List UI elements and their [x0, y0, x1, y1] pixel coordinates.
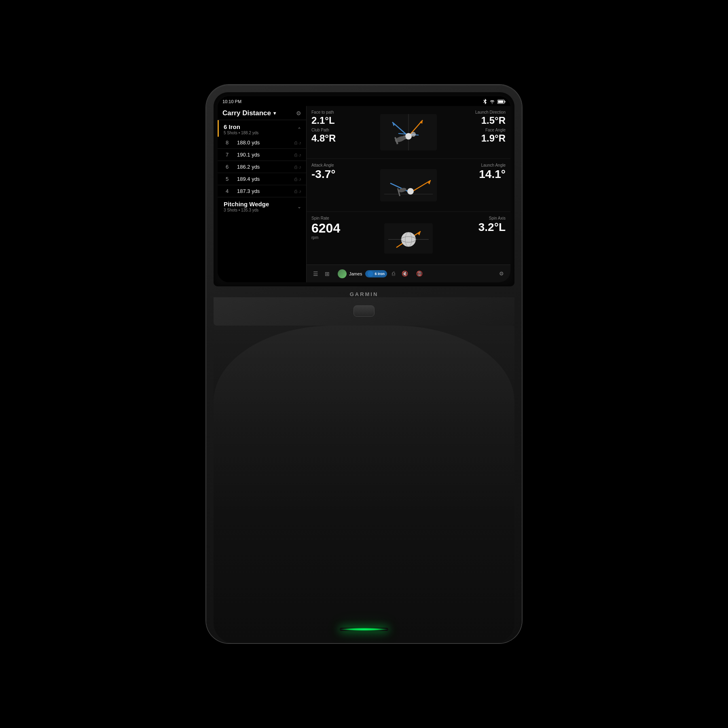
carry-distance-label: Carry Distance	[222, 109, 271, 117]
share-icon: ⎙ ↺	[294, 177, 301, 182]
device-middle	[214, 297, 514, 326]
shot-distance: 188.0 yds	[237, 140, 294, 146]
device-bottom	[214, 326, 514, 643]
attack-angle-value: -3.7°	[311, 169, 358, 180]
mute-icon[interactable]: 🔇	[400, 269, 410, 278]
garmin-device: 10:10 PM	[206, 85, 522, 643]
battery-icon	[497, 99, 506, 104]
metrics-row-2: Attack Angle -3.7°	[307, 159, 510, 212]
grid-icon[interactable]: ⊞	[323, 269, 331, 279]
nav-user[interactable]: James	[338, 269, 362, 278]
pitching-wedge-chevron: ⌄	[297, 204, 301, 210]
dropdown-arrow: ▾	[273, 110, 276, 116]
shot-distance: 187.3 yds	[237, 188, 294, 194]
attack-angle-label: Attack Angle	[311, 163, 358, 168]
carry-distance-title[interactable]: Carry Distance ▾	[222, 109, 276, 117]
face-angle-value: 1.9°R	[459, 133, 506, 143]
pitching-wedge-subtitle: 3 Shots • 135.3 yds	[224, 208, 269, 212]
shot-item[interactable]: 8 188.0 yds ⎙ ↺	[218, 137, 306, 149]
launch-direction-value: 1.5°R	[459, 116, 506, 125]
svg-point-11	[411, 132, 416, 137]
spin-axis-label: Spin Axis	[459, 216, 506, 221]
top-shot-visualization	[363, 106, 454, 159]
face-to-path-metric: Face to path 2.1°L Club Path 4.8°R	[307, 106, 363, 159]
nav-avatar	[338, 269, 347, 278]
svg-point-21	[407, 188, 414, 195]
spin-axis-value: 3.2°L	[459, 222, 506, 233]
metrics-row-1: Face to path 2.1°L Club Path 4.8°R	[307, 106, 510, 159]
shot-item[interactable]: 5 189.4 yds ⎙ ↺	[218, 173, 306, 185]
left-header: Carry Distance ▾ ⚙	[218, 106, 306, 120]
home-button[interactable]	[353, 305, 375, 317]
pitching-wedge-name: Pitching Wedge	[224, 201, 269, 207]
shot-number: 5	[226, 176, 232, 182]
share-icon: ⎙ ↺	[294, 140, 301, 145]
camera-mute-icon[interactable]: 📵	[415, 269, 424, 278]
shot-distance: 189.4 yds	[237, 176, 294, 182]
shot-item[interactable]: 4 187.3 yds ⎙ ↺	[218, 185, 306, 197]
spin-view-svg	[384, 223, 433, 254]
status-bar: 10:10 PM	[218, 96, 510, 106]
six-iron-header[interactable]: 6 Iron 5 Shots • 188.2 yds ⌃	[218, 120, 306, 137]
shot-list: 8 188.0 yds ⎙ ↺ 7 190.1 yds ⎙ ↺ 6	[218, 137, 306, 197]
wifi-icon	[489, 99, 495, 104]
launch-angle-metric: Launch Angle 14.1°	[454, 159, 510, 212]
six-iron-chevron: ⌃	[297, 127, 301, 132]
left-panel: Carry Distance ▾ ⚙ 6 Iron 5 Shots • 188.…	[218, 106, 307, 282]
side-shot-visualization	[363, 159, 454, 212]
share-icon: ⎙ ↺	[294, 165, 301, 169]
share-icon: ⎙ ↺	[294, 152, 301, 157]
six-iron-section: 6 Iron 5 Shots • 188.2 yds ⌃ 8 188.0 yds…	[218, 120, 306, 197]
launch-direction-metric: Launch Direction 1.5°R Face Angle 1.9°R	[454, 106, 510, 159]
screen-content: Carry Distance ▾ ⚙ 6 Iron 5 Shots • 188.…	[218, 106, 510, 282]
share-nav-icon[interactable]: ⎙	[390, 269, 397, 278]
settings-icon[interactable]: ⚙	[497, 269, 506, 278]
pitching-wedge-section[interactable]: Pitching Wedge 3 Shots • 135.3 yds ⌄	[218, 197, 306, 214]
svg-point-10	[405, 133, 412, 140]
shot-distance: 186.2 yds	[237, 164, 294, 170]
shot-number: 7	[226, 152, 232, 158]
metrics-row-3: Spin Rate 6204 rpm	[307, 212, 510, 265]
svg-rect-1	[505, 101, 506, 102]
svg-rect-2	[498, 100, 504, 103]
shot-distance: 190.1 yds	[237, 152, 294, 158]
face-to-path-label: Face to path	[311, 110, 358, 115]
nav-club-badge-num	[368, 271, 373, 277]
garmin-label: GARMIN	[350, 291, 379, 297]
nav-club-name: 6 Iron	[375, 272, 385, 276]
six-iron-name: 6 Iron	[224, 123, 258, 130]
shot-number: 4	[226, 188, 232, 194]
spin-rate-label: Spin Rate	[311, 216, 358, 221]
time-display: 10:10 PM	[222, 99, 241, 104]
club-path-label: Club Path	[311, 128, 358, 133]
hamburger-icon[interactable]: ☰	[311, 269, 320, 279]
launch-direction-label: Launch Direction	[459, 110, 506, 115]
spin-axis-metric: Spin Axis 3.2°L	[454, 212, 510, 265]
spin-visualization	[363, 212, 454, 265]
screen-bezel: 10:10 PM	[214, 92, 514, 286]
shot-number: 6	[226, 164, 232, 170]
status-icons	[483, 99, 506, 104]
launch-angle-label: Launch Angle	[459, 163, 506, 168]
nav-user-name: James	[349, 271, 362, 276]
bluetooth-icon	[483, 99, 487, 104]
launch-angle-value: 14.1°	[459, 169, 506, 180]
attack-angle-metric: Attack Angle -3.7°	[307, 159, 363, 212]
nav-club-badge[interactable]: 6 Iron	[365, 270, 387, 277]
filter-icon[interactable]: ⚙	[296, 110, 301, 116]
top-view-svg	[380, 114, 437, 150]
svg-point-28	[401, 232, 416, 247]
six-iron-subtitle: 5 Shots • 188.2 yds	[224, 131, 258, 135]
screen: 10:10 PM	[218, 96, 510, 282]
nav-right-icons: 🔇 📵	[400, 269, 424, 278]
svg-rect-15	[380, 169, 437, 201]
shot-item[interactable]: 6 186.2 yds ⎙ ↺	[218, 161, 306, 173]
club-path-value: 4.8°R	[311, 133, 358, 143]
spin-rate-metric: Spin Rate 6204 rpm	[307, 212, 363, 265]
spin-rate-value: 6204	[311, 222, 358, 235]
face-to-path-value: 2.1°L	[311, 116, 358, 125]
side-view-svg	[380, 169, 437, 201]
shot-item[interactable]: 7 190.1 yds ⎙ ↺	[218, 149, 306, 161]
face-angle-label: Face Angle	[459, 128, 506, 133]
spin-rate-unit: rpm	[311, 235, 358, 240]
